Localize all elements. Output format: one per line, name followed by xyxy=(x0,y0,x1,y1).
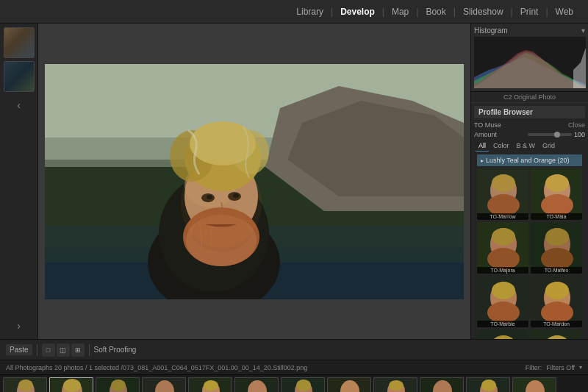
main-layout: ‹ › xyxy=(0,24,588,339)
right-panel: Histogram ▾ xyxy=(470,24,588,339)
filmstrip-thumb-7[interactable] xyxy=(281,377,325,393)
toolbar-separator-2 xyxy=(89,344,90,356)
svg-rect-34 xyxy=(477,168,528,220)
preset-group-title: Lushly Teal and Orange (20) xyxy=(486,157,578,164)
preset-thumb-to-maia[interactable]: TO-Maia xyxy=(531,168,582,220)
filter-tab-bw[interactable]: B & W xyxy=(514,140,539,152)
histogram-canvas xyxy=(474,37,586,88)
histogram-title: Histogram xyxy=(474,26,508,35)
filmstrip-thumb-3[interactable] xyxy=(96,377,140,393)
svg-rect-118 xyxy=(513,378,556,393)
filmstrip-thumb-9[interactable] xyxy=(373,377,417,393)
histogram-section: Histogram ▾ xyxy=(471,24,588,92)
amount-label: Amount xyxy=(474,131,497,138)
preset-thumb-to-mazur[interactable]: TO-Mazur xyxy=(477,329,528,339)
menu-item-develop[interactable]: Develop xyxy=(333,7,382,17)
svg-rect-73 xyxy=(4,378,47,393)
left-panel-collapse-arrow[interactable]: ‹ xyxy=(17,99,21,111)
svg-point-23 xyxy=(181,160,262,248)
svg-rect-102 xyxy=(328,378,371,393)
svg-rect-82 xyxy=(96,378,140,393)
menu-item-map[interactable]: Map xyxy=(384,7,416,17)
center-panel xyxy=(38,24,470,339)
survey-button[interactable]: ⊞ xyxy=(71,343,85,357)
filmstrip-thumb-12[interactable] xyxy=(512,377,556,393)
menu-item-slideshow[interactable]: Slideshow xyxy=(456,7,511,17)
filmstrip-thumb-5[interactable] xyxy=(188,377,232,393)
filter-arrow-icon[interactable]: ▾ xyxy=(579,364,582,371)
svg-rect-44 xyxy=(477,222,528,274)
svg-rect-110 xyxy=(420,378,464,393)
svg-rect-39 xyxy=(531,168,582,220)
paste-button[interactable]: Paste xyxy=(6,344,32,355)
preset-grid: TO-Marrow TO-Maia xyxy=(477,168,582,339)
main-photo[interactable] xyxy=(45,64,464,299)
filmstrip-thumb-2[interactable] xyxy=(49,377,93,393)
filmstrip-thumb-6[interactable] xyxy=(234,377,279,393)
status-bar: All Photographs 20 photos / 1 selected /… xyxy=(0,360,588,374)
svg-rect-64 xyxy=(477,329,528,339)
svg-rect-54 xyxy=(477,276,528,327)
profile-browser-title: Profile Browser xyxy=(478,108,533,116)
loupe-view-button[interactable]: □ xyxy=(42,343,55,357)
before-after-button[interactable]: ◫ xyxy=(57,343,70,357)
filter-tab-all[interactable]: All xyxy=(476,140,489,152)
left-panel-expand-arrow[interactable]: › xyxy=(17,320,21,332)
menu-item-book[interactable]: Book xyxy=(418,7,453,17)
preset-label-to-marble: TO-Marble xyxy=(477,321,528,327)
view-mode-group: □ ◫ ⊞ xyxy=(42,343,85,357)
to-muse-row: TO Muse Close xyxy=(474,121,585,129)
original-photo-label: C2 Original Photo xyxy=(471,92,588,103)
filmstrip-thumb-8[interactable] xyxy=(327,377,371,393)
filters-off-label[interactable]: Filters Off xyxy=(546,364,575,371)
preset-thumb-to-marrow[interactable]: TO-Marrow xyxy=(477,168,528,220)
svg-rect-98 xyxy=(282,378,325,393)
left-thumbnail-2[interactable] xyxy=(4,61,35,92)
svg-rect-114 xyxy=(467,378,510,393)
left-panel: ‹ › xyxy=(0,24,38,339)
filter-tab-color[interactable]: Color xyxy=(490,140,512,152)
svg-rect-94 xyxy=(235,378,279,393)
filmstrip-thumb-1[interactable] xyxy=(3,377,47,393)
menu-item-web[interactable]: Web xyxy=(548,7,581,17)
amount-slider-thumb xyxy=(554,132,560,138)
histogram-header: Histogram ▾ xyxy=(474,26,585,35)
preset-thumb-to-marble[interactable]: TO-Marble xyxy=(477,276,528,327)
amount-row: Amount 100 xyxy=(474,131,585,138)
left-thumbnail-1[interactable] xyxy=(4,27,35,58)
filmstrip-thumb-4[interactable] xyxy=(142,377,186,393)
svg-rect-59 xyxy=(531,276,582,327)
preset-label-to-malfex: TO-Malfex xyxy=(531,267,582,274)
menu-item-library[interactable]: Library xyxy=(289,7,331,17)
filter-tab-grid[interactable]: Grid xyxy=(539,140,558,152)
preset-label-to-maia: TO-Maia xyxy=(531,213,582,220)
svg-rect-106 xyxy=(374,378,417,393)
preset-label-to-marrow: TO-Marrow xyxy=(477,213,528,220)
menu-item-print[interactable]: Print xyxy=(513,7,546,17)
preset-thumb-to-magnoa[interactable]: TO-Magnoa xyxy=(531,329,582,339)
to-muse-label: TO Muse xyxy=(474,121,501,129)
svg-rect-90 xyxy=(189,378,232,393)
preset-thumb-to-mardon[interactable]: TO-Mardon xyxy=(531,276,582,327)
histogram-arrow-icon[interactable]: ▾ xyxy=(581,26,585,35)
preset-label-to-mardon: TO-Mardon xyxy=(531,321,582,327)
filter-tabs: All Color B & W Grid xyxy=(474,140,585,152)
preset-thumb-to-malfex[interactable]: TO-Malfex xyxy=(531,222,582,274)
status-right: Filter: Filters Off ▾ xyxy=(526,364,582,371)
filmstrip-thumb-11[interactable] xyxy=(466,377,510,393)
filter-label: Filter: xyxy=(526,364,542,371)
preset-expand-icon: ▸ xyxy=(481,157,484,164)
preset-thumb-to-majora[interactable]: TO-Majora xyxy=(477,222,528,274)
preset-group-header[interactable]: ▸ Lushly Teal and Orange (20) xyxy=(477,154,582,166)
amount-slider[interactable] xyxy=(528,133,572,136)
svg-rect-69 xyxy=(531,329,582,339)
amount-value: 100 xyxy=(574,131,585,138)
preset-label-to-majora: TO-Majora xyxy=(477,267,528,274)
status-left-text: All Photographs 20 photos / 1 selected /… xyxy=(6,364,307,371)
top-menu-bar: Library | Develop | Map | Book | Slidesh… xyxy=(0,0,588,24)
close-label[interactable]: Close xyxy=(568,121,585,129)
svg-rect-78 xyxy=(50,378,93,393)
svg-rect-86 xyxy=(143,378,186,393)
profile-browser-header[interactable]: Profile Browser xyxy=(474,106,585,118)
filmstrip-thumb-10[interactable] xyxy=(420,377,464,393)
